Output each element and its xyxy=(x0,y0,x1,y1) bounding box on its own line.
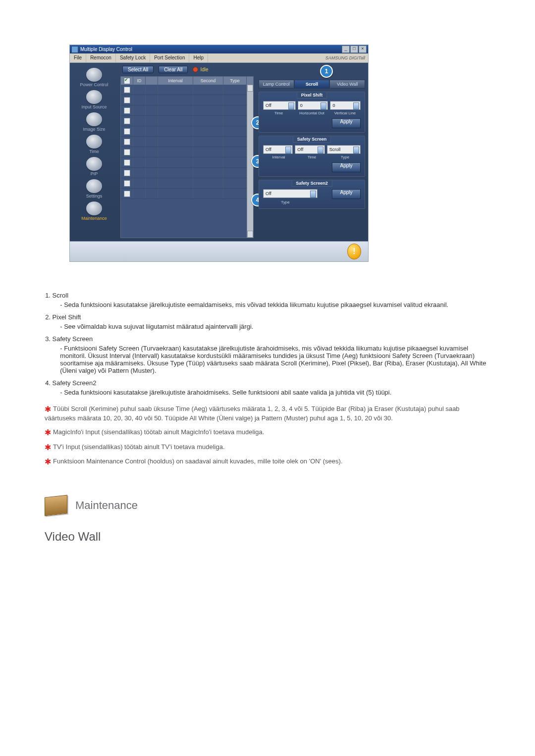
maintenance-icon xyxy=(86,202,102,215)
menu-safety-lock[interactable]: Safety Lock xyxy=(116,53,150,62)
panel-safety-screen: Safety Screen Off Off Scroll Interval Ti… xyxy=(259,136,365,177)
status-bar: ! xyxy=(70,241,368,261)
idle-indicator: Idle xyxy=(193,67,208,72)
sublabel-hdot: Horizontal Dot xyxy=(296,111,327,115)
table-row[interactable] xyxy=(121,116,253,126)
safety-screen2-apply-button[interactable]: Apply xyxy=(332,189,361,199)
nav-label: Maintenance xyxy=(74,216,114,221)
safety-screen-apply-button[interactable]: Apply xyxy=(332,162,361,172)
table-row[interactable] xyxy=(121,95,253,105)
titlebar: Multiple Display Control _ □ × xyxy=(70,45,368,53)
safety-screen-interval-select[interactable]: Off xyxy=(263,145,293,154)
row-checkbox[interactable] xyxy=(124,139,130,145)
item-3-title: Safety Screen xyxy=(53,335,93,343)
nav-label: Time xyxy=(74,149,114,154)
window-maximize-button[interactable]: □ xyxy=(350,46,358,53)
col-type: Type xyxy=(223,77,247,85)
tab-scroll[interactable]: Scroll xyxy=(294,80,330,89)
row-checkbox[interactable] xyxy=(124,107,130,114)
nav-time[interactable]: Time xyxy=(74,135,114,154)
col-interval: Interval xyxy=(158,77,193,85)
toolbar: Select All Clear All Idle xyxy=(120,66,254,76)
row-checkbox[interactable] xyxy=(124,149,130,155)
menu-file[interactable]: File xyxy=(70,53,86,62)
item-4-title: Safety Screen2 xyxy=(53,379,97,387)
table-row[interactable] xyxy=(121,137,253,147)
display-grid: ID Interval Second Type xyxy=(120,76,254,238)
table-row[interactable] xyxy=(121,85,253,95)
input-icon xyxy=(86,90,102,104)
note-3: TV'i Input (sisendallikas) töötab ainult… xyxy=(53,443,225,451)
sublabel-type: Type xyxy=(263,200,308,204)
notes: ✱Tüübi Scroll (Kerimine) puhul saab üksu… xyxy=(45,403,490,466)
video-wall-heading: Video Wall xyxy=(45,530,490,544)
pixel-shift-hdot-select[interactable]: 0 xyxy=(298,101,328,110)
maintenance-heading: Maintenance xyxy=(45,496,490,515)
nav-label: PIP xyxy=(74,171,114,176)
table-row[interactable] xyxy=(121,126,253,137)
panel-title: Pixel Shift xyxy=(297,92,327,99)
safety-screen-type-select[interactable]: Scroll xyxy=(327,145,361,154)
pixel-shift-vline-select[interactable]: 0 xyxy=(330,101,361,110)
note-2: MagicInfo'i Input (sisendallikas) töötab… xyxy=(53,428,264,436)
clear-all-button[interactable]: Clear All xyxy=(159,66,188,73)
safety-screen2-type-select[interactable]: Off xyxy=(263,189,318,198)
nav-maintenance[interactable]: Maintenance xyxy=(74,202,114,221)
nav-image-size[interactable]: Image Size xyxy=(74,112,114,132)
feature-list: Scroll - Seda funktsiooni kasutatakse jä… xyxy=(45,292,490,396)
item-2-title: Pixel Shift xyxy=(53,313,81,321)
select-all-button[interactable]: Select All xyxy=(122,66,154,73)
idle-dot-icon xyxy=(193,67,198,72)
sublabel-time: Time xyxy=(296,155,327,159)
nav-power-control[interactable]: Power Control xyxy=(74,68,114,87)
row-checkbox[interactable] xyxy=(124,159,130,166)
tab-video-wall[interactable]: Video Wall xyxy=(329,80,365,89)
nav-label: Power Control xyxy=(74,82,114,87)
star-icon: ✱ xyxy=(45,457,51,466)
item-3-text: - Funktsiooni Safety Screen (Turvaekraan… xyxy=(60,345,490,374)
window-minimize-button[interactable]: _ xyxy=(342,46,350,53)
item-1-text: - Seda funktsiooni kasutatakse järelkuju… xyxy=(60,301,490,308)
table-row[interactable] xyxy=(121,178,253,189)
col-second: Second xyxy=(193,77,223,85)
left-sidebar: Power Control Input Source Image Size Ti… xyxy=(70,63,118,241)
pixel-shift-onoff-select[interactable]: Off xyxy=(263,101,296,110)
time-icon xyxy=(86,135,102,149)
table-row[interactable] xyxy=(121,147,253,157)
panel-title: Safety Screen xyxy=(293,136,331,143)
sublabel-type: Type xyxy=(329,155,361,159)
menu-remocon[interactable]: Remocon xyxy=(86,53,116,62)
row-checkbox[interactable] xyxy=(124,118,130,124)
settings-icon xyxy=(86,179,102,193)
warning-icon: ! xyxy=(347,244,361,259)
callout-1: 1 xyxy=(320,65,333,78)
nav-input-source[interactable]: Input Source xyxy=(74,90,114,109)
star-icon: ✱ xyxy=(45,428,51,437)
row-checkbox[interactable] xyxy=(124,128,130,135)
table-row[interactable] xyxy=(121,168,253,178)
star-icon: ✱ xyxy=(45,443,51,452)
pixel-shift-apply-button[interactable]: Apply xyxy=(332,118,361,128)
nav-pip[interactable]: PIP xyxy=(74,157,114,176)
select-all-checkbox[interactable] xyxy=(124,78,130,84)
row-checkbox[interactable] xyxy=(124,170,130,176)
nav-label: Image Size xyxy=(74,127,114,132)
note-4: Funktsioon Maintenance Control (hooldus)… xyxy=(53,457,343,465)
nav-label: Input Source xyxy=(74,104,114,109)
menu-help[interactable]: Help xyxy=(189,53,208,62)
row-checkbox[interactable] xyxy=(124,97,130,103)
table-row[interactable] xyxy=(121,157,253,168)
nav-label: Settings xyxy=(74,194,114,199)
table-row[interactable] xyxy=(121,105,253,116)
row-checkbox[interactable] xyxy=(124,191,130,197)
table-row[interactable] xyxy=(121,189,253,199)
row-checkbox[interactable] xyxy=(124,180,130,187)
safety-screen-time-select[interactable]: Off xyxy=(295,145,324,154)
panel-title: Safety Screen2 xyxy=(291,180,332,187)
nav-settings[interactable]: Settings xyxy=(74,179,114,199)
window-close-button[interactable]: × xyxy=(359,46,367,53)
row-checkbox[interactable] xyxy=(124,87,130,93)
tab-lamp-control[interactable]: Lamp Control xyxy=(259,80,294,89)
star-icon: ✱ xyxy=(45,405,51,413)
menu-port-selection[interactable]: Port Selection xyxy=(150,53,189,62)
